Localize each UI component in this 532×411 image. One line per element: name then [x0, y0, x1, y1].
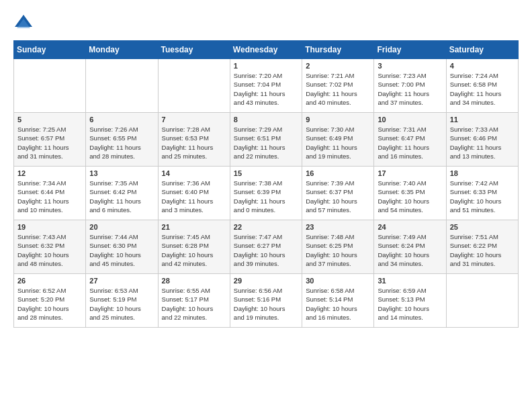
day-info: Sunrise: 6:58 AM Sunset: 5:14 PM Dayligh… — [306, 286, 370, 322]
weekday-header-saturday: Saturday — [446, 41, 518, 59]
calendar-cell: 13Sunrise: 7:35 AM Sunset: 6:42 PM Dayli… — [86, 167, 158, 220]
day-info: Sunrise: 7:49 AM Sunset: 6:24 PM Dayligh… — [378, 232, 442, 268]
logo-icon — [13, 13, 34, 34]
calendar-cell: 14Sunrise: 7:36 AM Sunset: 6:40 PM Dayli… — [158, 167, 230, 220]
day-number: 3 — [378, 62, 442, 70]
day-info: Sunrise: 7:45 AM Sunset: 6:28 PM Dayligh… — [162, 232, 226, 268]
day-number: 17 — [378, 169, 442, 177]
calendar-cell: 25Sunrise: 7:51 AM Sunset: 6:22 PM Dayli… — [446, 220, 518, 274]
calendar-cell — [86, 59, 158, 113]
weekday-header-row: SundayMondayTuesdayWednesdayThursdayFrid… — [14, 41, 519, 59]
calendar-cell: 31Sunrise: 6:59 AM Sunset: 5:13 PM Dayli… — [374, 274, 446, 328]
weekday-header-tuesday: Tuesday — [158, 41, 230, 59]
day-number: 21 — [162, 223, 226, 231]
day-number: 15 — [234, 169, 298, 177]
day-info: Sunrise: 7:35 AM Sunset: 6:42 PM Dayligh… — [89, 179, 154, 214]
day-info: Sunrise: 7:25 AM Sunset: 6:57 PM Dayligh… — [17, 125, 82, 161]
calendar-week-row: 26Sunrise: 6:52 AM Sunset: 5:20 PM Dayli… — [14, 274, 519, 328]
day-number: 16 — [306, 169, 370, 177]
day-number: 9 — [306, 116, 370, 124]
day-number: 4 — [450, 62, 515, 70]
day-number: 19 — [17, 223, 82, 231]
day-number: 30 — [306, 277, 370, 285]
day-info: Sunrise: 7:20 AM Sunset: 7:04 PM Dayligh… — [234, 71, 298, 107]
calendar-cell: 4Sunrise: 7:24 AM Sunset: 6:58 PM Daylig… — [446, 59, 518, 113]
day-number: 6 — [89, 116, 154, 124]
calendar-cell: 2Sunrise: 7:21 AM Sunset: 7:02 PM Daylig… — [302, 59, 374, 113]
day-info: Sunrise: 7:43 AM Sunset: 6:32 PM Dayligh… — [17, 232, 82, 268]
day-number: 18 — [450, 169, 515, 177]
day-info: Sunrise: 7:30 AM Sunset: 6:49 PM Dayligh… — [306, 125, 370, 161]
calendar-cell: 18Sunrise: 7:42 AM Sunset: 6:33 PM Dayli… — [446, 167, 518, 220]
calendar-cell: 8Sunrise: 7:29 AM Sunset: 6:51 PM Daylig… — [230, 113, 302, 167]
day-number: 26 — [17, 277, 82, 285]
day-number: 20 — [89, 223, 154, 231]
calendar-cell: 16Sunrise: 7:39 AM Sunset: 6:37 PM Dayli… — [302, 167, 374, 220]
calendar-cell: 26Sunrise: 6:52 AM Sunset: 5:20 PM Dayli… — [14, 274, 86, 328]
calendar-cell: 20Sunrise: 7:44 AM Sunset: 6:30 PM Dayli… — [86, 220, 158, 274]
calendar-cell: 19Sunrise: 7:43 AM Sunset: 6:32 PM Dayli… — [14, 220, 86, 274]
calendar-cell: 9Sunrise: 7:30 AM Sunset: 6:49 PM Daylig… — [302, 113, 374, 167]
weekday-header-thursday: Thursday — [302, 41, 374, 59]
day-info: Sunrise: 7:38 AM Sunset: 6:39 PM Dayligh… — [234, 179, 298, 214]
calendar-cell: 7Sunrise: 7:28 AM Sunset: 6:53 PM Daylig… — [158, 113, 230, 167]
day-info: Sunrise: 7:39 AM Sunset: 6:37 PM Dayligh… — [306, 179, 370, 214]
weekday-header-wednesday: Wednesday — [230, 41, 302, 59]
calendar-table: SundayMondayTuesdayWednesdayThursdayFrid… — [13, 40, 519, 328]
day-number: 8 — [234, 116, 298, 124]
day-info: Sunrise: 7:28 AM Sunset: 6:53 PM Dayligh… — [162, 125, 226, 161]
day-info: Sunrise: 6:53 AM Sunset: 5:19 PM Dayligh… — [89, 286, 154, 322]
weekday-header-friday: Friday — [374, 41, 446, 59]
calendar-cell: 5Sunrise: 7:25 AM Sunset: 6:57 PM Daylig… — [14, 113, 86, 167]
day-info: Sunrise: 6:56 AM Sunset: 5:16 PM Dayligh… — [234, 286, 298, 322]
day-info: Sunrise: 7:44 AM Sunset: 6:30 PM Dayligh… — [89, 232, 154, 268]
calendar-cell: 27Sunrise: 6:53 AM Sunset: 5:19 PM Dayli… — [86, 274, 158, 328]
day-number: 24 — [378, 223, 442, 231]
day-number: 25 — [450, 223, 515, 231]
weekday-header-sunday: Sunday — [14, 41, 86, 59]
day-info: Sunrise: 7:42 AM Sunset: 6:33 PM Dayligh… — [450, 179, 515, 214]
calendar-week-row: 12Sunrise: 7:34 AM Sunset: 6:44 PM Dayli… — [14, 167, 519, 220]
day-number: 14 — [162, 169, 226, 177]
day-number: 31 — [378, 277, 442, 285]
calendar-cell: 15Sunrise: 7:38 AM Sunset: 6:39 PM Dayli… — [230, 167, 302, 220]
day-info: Sunrise: 7:34 AM Sunset: 6:44 PM Dayligh… — [17, 179, 82, 214]
day-number: 1 — [234, 62, 298, 70]
calendar-cell: 22Sunrise: 7:47 AM Sunset: 6:27 PM Dayli… — [230, 220, 302, 274]
day-number: 29 — [234, 277, 298, 285]
day-info: Sunrise: 6:55 AM Sunset: 5:17 PM Dayligh… — [162, 286, 226, 322]
calendar-cell: 11Sunrise: 7:33 AM Sunset: 6:46 PM Dayli… — [446, 113, 518, 167]
calendar-cell: 12Sunrise: 7:34 AM Sunset: 6:44 PM Dayli… — [14, 167, 86, 220]
calendar-cell — [14, 59, 86, 113]
day-number: 12 — [17, 169, 82, 177]
calendar-cell: 1Sunrise: 7:20 AM Sunset: 7:04 PM Daylig… — [230, 59, 302, 113]
day-info: Sunrise: 6:52 AM Sunset: 5:20 PM Dayligh… — [17, 286, 82, 322]
calendar-week-row: 19Sunrise: 7:43 AM Sunset: 6:32 PM Dayli… — [14, 220, 519, 274]
calendar-week-row: 5Sunrise: 7:25 AM Sunset: 6:57 PM Daylig… — [14, 113, 519, 167]
calendar-cell — [446, 274, 518, 328]
calendar-cell — [158, 59, 230, 113]
day-number: 2 — [306, 62, 370, 70]
day-number: 23 — [306, 223, 370, 231]
day-info: Sunrise: 7:33 AM Sunset: 6:46 PM Dayligh… — [450, 125, 515, 161]
day-info: Sunrise: 7:29 AM Sunset: 6:51 PM Dayligh… — [234, 125, 298, 161]
calendar-cell: 28Sunrise: 6:55 AM Sunset: 5:17 PM Dayli… — [158, 274, 230, 328]
calendar-week-row: 1Sunrise: 7:20 AM Sunset: 7:04 PM Daylig… — [14, 59, 519, 113]
page-header — [13, 13, 519, 34]
calendar-cell: 30Sunrise: 6:58 AM Sunset: 5:14 PM Dayli… — [302, 274, 374, 328]
day-info: Sunrise: 7:40 AM Sunset: 6:35 PM Dayligh… — [378, 179, 442, 214]
day-info: Sunrise: 7:47 AM Sunset: 6:27 PM Dayligh… — [234, 232, 298, 268]
day-info: Sunrise: 7:21 AM Sunset: 7:02 PM Dayligh… — [306, 71, 370, 107]
day-number: 11 — [450, 116, 515, 124]
day-number: 5 — [17, 116, 82, 124]
day-info: Sunrise: 7:26 AM Sunset: 6:55 PM Dayligh… — [89, 125, 154, 161]
day-number: 22 — [234, 223, 298, 231]
weekday-header-monday: Monday — [86, 41, 158, 59]
day-info: Sunrise: 7:51 AM Sunset: 6:22 PM Dayligh… — [450, 232, 515, 268]
calendar-cell: 29Sunrise: 6:56 AM Sunset: 5:16 PM Dayli… — [230, 274, 302, 328]
day-info: Sunrise: 6:59 AM Sunset: 5:13 PM Dayligh… — [378, 286, 442, 322]
day-number: 10 — [378, 116, 442, 124]
day-info: Sunrise: 7:23 AM Sunset: 7:00 PM Dayligh… — [378, 71, 442, 107]
calendar-cell: 21Sunrise: 7:45 AM Sunset: 6:28 PM Dayli… — [158, 220, 230, 274]
calendar-cell: 17Sunrise: 7:40 AM Sunset: 6:35 PM Dayli… — [374, 167, 446, 220]
